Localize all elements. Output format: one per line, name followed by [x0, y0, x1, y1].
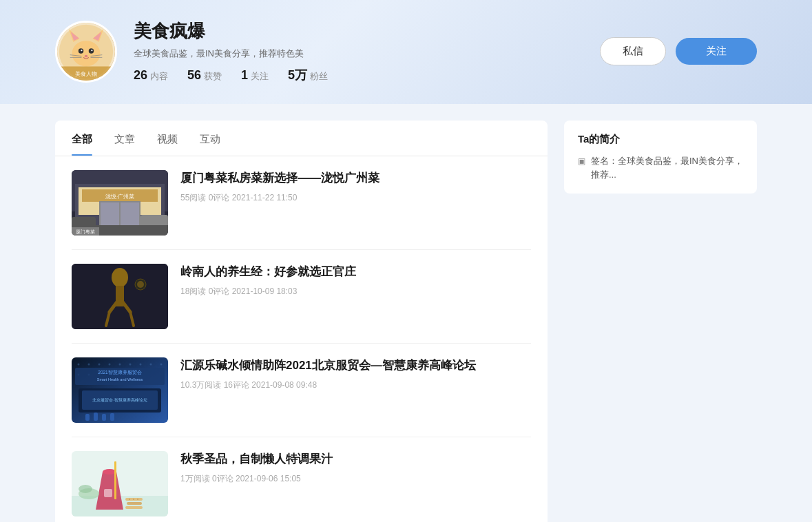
svg-text:厦门粤菜: 厦门粤菜 [76, 229, 95, 235]
article-title-3: 汇源乐碱水倾情助阵2021北京服贸会—智慧康养高峰论坛 [180, 357, 531, 374]
tab-article[interactable]: 文章 [114, 133, 135, 156]
stat-following-label: 关注 [251, 70, 269, 83]
article-meta-3: 10.3万阅读 16评论 2021-09-08 09:48 [180, 379, 531, 391]
svg-point-41 [137, 281, 144, 288]
svg-text:泷悦·广州菜: 泷悦·广州菜 [105, 194, 134, 200]
article-meta-2: 18阅读 0评论 2021-10-09 18:03 [180, 286, 531, 297]
svg-rect-68 [104, 489, 112, 497]
tab-video[interactable]: 视频 [157, 133, 178, 156]
svg-point-34 [112, 268, 128, 287]
svg-rect-63 [102, 414, 106, 421]
profile-stats: 26 内容 56 获赞 1 关注 5万 粉丝 [134, 67, 583, 83]
svg-point-2 [72, 41, 100, 66]
intro-card: Ta的简介 ▣ 签名：全球美食品鉴，最IN美食分享，推荐... [564, 121, 757, 194]
svg-point-50 [150, 364, 152, 366]
left-column: 全部 文章 视频 互动 [55, 121, 548, 522]
stat-content-label: 内容 [150, 70, 168, 83]
article-body-2: 岭南人的养生经：好参就选正官庄 18阅读 0评论 2021-10-09 18:0… [180, 264, 531, 297]
article-title-2: 岭南人的养生经：好参就选正官庄 [180, 264, 531, 280]
article-title-4: 秋季圣品，自制懒人特调果汁 [180, 451, 531, 468]
tabs: 全部 文章 视频 互动 [55, 121, 548, 156]
stat-likes: 56 获赞 [187, 68, 222, 83]
stat-content-num: 26 [134, 68, 147, 83]
article-body-4: 秋季圣品，自制懒人特调果汁 1万阅读 0评论 2021-09-06 15:05 [180, 451, 531, 485]
profile-name: 美食疯爆 [134, 19, 583, 43]
main-content: 全部 文章 视频 互动 [0, 104, 812, 522]
svg-point-47 [119, 364, 121, 366]
article-list: 泷悦·广州菜 厦门粤菜 [55, 156, 548, 522]
stat-following-num: 1 [241, 68, 248, 83]
svg-point-51 [160, 364, 163, 366]
stat-content: 26 内容 [134, 68, 168, 83]
svg-rect-72 [125, 506, 143, 509]
svg-text:北京服贸会·智慧康养高峰论坛: 北京服贸会·智慧康养高峰论坛 [92, 397, 147, 403]
svg-point-77 [79, 485, 92, 493]
tab-all[interactable]: 全部 [72, 133, 92, 156]
svg-point-75 [137, 499, 138, 500]
profile-info: 美食疯爆 全球美食品鉴，最IN美食分享，推荐特色美 26 内容 56 获赞 1 … [134, 19, 583, 83]
svg-text:Smart Health and Wellness: Smart Health and Wellness [97, 377, 143, 382]
intro-bio-row: ▣ 签名：全球美食品鉴，最IN美食分享，推荐... [578, 154, 743, 181]
svg-point-11 [85, 54, 88, 56]
article-body-3: 汇源乐碱水倾情助阵2021北京服贸会—智慧康养高峰论坛 10.3万阅读 16评论… [180, 357, 531, 391]
follow-button[interactable]: 关注 [676, 38, 757, 65]
article-thumb-1: 泷悦·广州菜 厦门粤菜 [72, 170, 168, 236]
svg-text:2021智慧康养服贸会: 2021智慧康养服贸会 [98, 370, 141, 375]
svg-text:美食人物: 美食人物 [75, 70, 97, 77]
stat-likes-label: 获赞 [204, 70, 222, 83]
svg-point-44 [88, 364, 90, 366]
stat-fans-label: 粉丝 [310, 70, 328, 83]
svg-point-74 [133, 499, 134, 500]
article-thumb-4 [72, 451, 168, 516]
intro-bio-text: 签名：全球美食品鉴，最IN美食分享，推荐... [591, 154, 743, 181]
svg-rect-61 [85, 414, 90, 421]
list-item[interactable]: 秋季圣品，自制懒人特调果汁 1万阅读 0评论 2021-09-06 15:05 [72, 437, 531, 522]
article-body-1: 厦门粤菜私房菜新选择——泷悦广州菜 55阅读 0评论 2021-11-22 11… [180, 170, 531, 204]
svg-rect-62 [94, 413, 98, 421]
svg-point-49 [140, 364, 142, 366]
svg-point-9 [81, 50, 82, 51]
profile-actions: 私信 关注 [600, 37, 757, 65]
svg-point-45 [98, 364, 101, 366]
list-item[interactable]: 泷悦·广州菜 厦门粤菜 [72, 156, 531, 250]
article-meta-1: 55阅读 0评论 2021-11-22 11:50 [180, 192, 531, 204]
svg-point-8 [89, 48, 94, 53]
tab-interact[interactable]: 互动 [200, 133, 220, 156]
right-column: Ta的简介 ▣ 签名：全球美食品鉴，最IN美食分享，推荐... [564, 121, 757, 522]
svg-point-10 [91, 50, 92, 51]
list-item[interactable]: 2021智慧康养服贸会 Smart Health and Wellness 北京… [72, 344, 531, 437]
stat-fans: 5万 粉丝 [288, 67, 328, 83]
stat-fans-num: 5万 [288, 67, 307, 83]
list-item[interactable]: 岭南人的养生经：好参就选正官庄 18阅读 0评论 2021-10-09 18:0… [72, 250, 531, 344]
intro-title: Ta的简介 [578, 133, 743, 146]
svg-point-7 [79, 48, 83, 53]
svg-point-73 [129, 499, 130, 500]
avatar: 美食人物 [55, 21, 117, 83]
svg-rect-71 [127, 502, 142, 505]
profile-banner: 美食人物 美食疯爆 全球美食品鉴，最IN美食分享，推荐特色美 26 内容 56 … [0, 0, 812, 104]
svg-rect-64 [110, 413, 114, 421]
stat-likes-num: 56 [187, 68, 201, 83]
svg-point-46 [109, 364, 111, 366]
article-thumb-3: 2021智慧康养服贸会 Smart Health and Wellness 北京… [72, 357, 168, 423]
svg-point-43 [78, 364, 80, 366]
svg-point-48 [129, 364, 132, 366]
article-meta-4: 1万阅读 0评论 2021-09-06 15:05 [180, 473, 531, 485]
stat-following: 1 关注 [241, 68, 269, 83]
tag-icon: ▣ [578, 155, 585, 167]
article-title-1: 厦门粤菜私房菜新选择——泷悦广州菜 [180, 170, 531, 187]
profile-bio: 全球美食品鉴，最IN美食分享，推荐特色美 [134, 48, 583, 60]
svg-rect-69 [114, 461, 116, 499]
message-button[interactable]: 私信 [600, 37, 666, 65]
article-thumb-2 [72, 264, 168, 329]
